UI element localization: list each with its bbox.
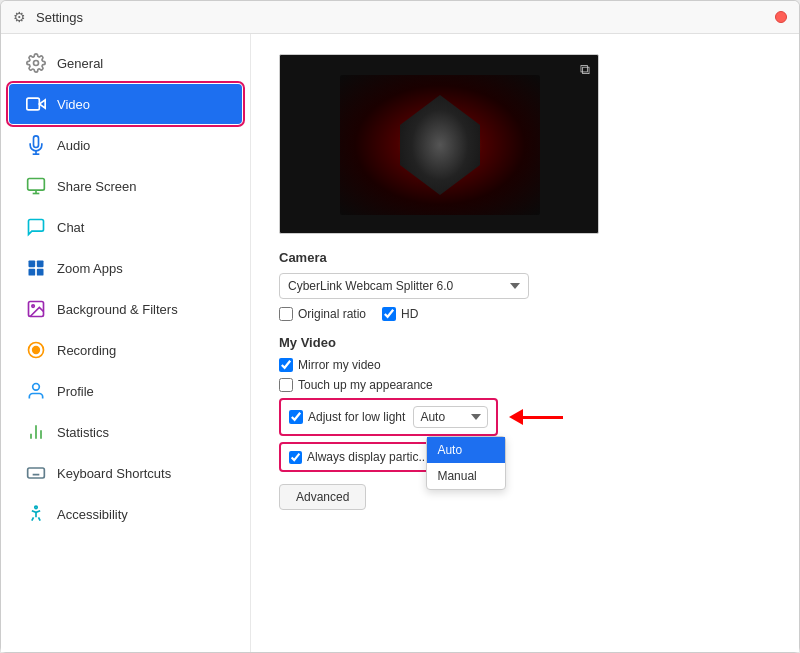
original-ratio-label: Original ratio	[298, 307, 366, 321]
dropdown-option-manual[interactable]: Manual	[427, 463, 505, 489]
chat-icon	[25, 216, 47, 238]
advanced-button[interactable]: Advanced	[279, 484, 366, 510]
sidebar-item-label: Share Screen	[57, 179, 137, 194]
sidebar-item-label: Accessibility	[57, 507, 128, 522]
background-filters-icon	[25, 298, 47, 320]
mirror-video-label: Mirror my video	[298, 358, 381, 372]
pip-icon[interactable]: ⧉	[580, 61, 590, 78]
camera-options-row: Original ratio HD	[279, 307, 771, 321]
sidebar-item-profile[interactable]: Profile	[9, 371, 242, 411]
sidebar-item-label: Profile	[57, 384, 94, 399]
settings-icon: ⚙	[13, 9, 26, 25]
sidebar-item-label: Audio	[57, 138, 90, 153]
window-title: Settings	[36, 10, 83, 25]
video-icon	[25, 93, 47, 115]
keyboard-icon	[25, 462, 47, 484]
sidebar-item-chat[interactable]: Chat	[9, 207, 242, 247]
sidebar-item-audio[interactable]: Audio	[9, 125, 242, 165]
svg-point-0	[34, 61, 39, 66]
sidebar-item-label: Keyboard Shortcuts	[57, 466, 171, 481]
title-bar: ⚙ Settings	[1, 1, 799, 34]
svg-rect-10	[29, 269, 36, 276]
camera-section: Camera CyberLink Webcam Splitter 6.0 Ori…	[279, 250, 771, 321]
sidebar-item-statistics[interactable]: Statistics	[9, 412, 242, 452]
hd-item[interactable]: HD	[382, 307, 418, 321]
original-ratio-checkbox[interactable]	[279, 307, 293, 321]
sidebar-item-video[interactable]: Video	[9, 84, 242, 124]
audio-icon	[25, 134, 47, 156]
recording-icon	[25, 339, 47, 361]
touch-up-checkbox[interactable]	[279, 378, 293, 392]
light-select[interactable]: Auto Manual	[413, 406, 488, 428]
video-inner	[340, 75, 540, 215]
sidebar-item-recording[interactable]: Recording	[9, 330, 242, 370]
profile-icon	[25, 380, 47, 402]
sidebar-item-label: Recording	[57, 343, 116, 358]
svg-rect-11	[37, 269, 44, 276]
statistics-icon	[25, 421, 47, 443]
sidebar-item-label: Chat	[57, 220, 84, 235]
svg-point-16	[33, 384, 40, 391]
sidebar-item-keyboard-shortcuts[interactable]: Keyboard Shortcuts	[9, 453, 242, 493]
main-content: ⧉ Camera CyberLink Webcam Splitter 6.0 O…	[251, 34, 799, 652]
mirror-video-item[interactable]: Mirror my video	[279, 358, 771, 372]
svg-point-13	[32, 305, 34, 308]
close-button[interactable]	[775, 11, 787, 23]
sidebar-item-background-filters[interactable]: Background & Filters	[9, 289, 242, 329]
camera-select-wrapper: CyberLink Webcam Splitter 6.0	[279, 273, 771, 299]
adjust-light-label: Adjust for low light	[308, 410, 405, 424]
svg-rect-8	[29, 261, 36, 268]
svg-point-15	[33, 347, 40, 354]
dropdown-option-auto[interactable]: Auto	[427, 437, 505, 463]
sidebar-item-share-screen[interactable]: Share Screen	[9, 166, 242, 206]
camera-feed	[340, 75, 540, 215]
svg-rect-5	[28, 179, 45, 191]
sidebar-item-label: Background & Filters	[57, 302, 178, 317]
svg-point-21	[35, 506, 38, 509]
svg-rect-9	[37, 261, 44, 268]
sidebar-item-general[interactable]: General	[9, 43, 242, 83]
original-ratio-item[interactable]: Original ratio	[279, 307, 366, 321]
sidebar-item-zoom-apps[interactable]: Zoom Apps	[9, 248, 242, 288]
my-video-section: My Video Mirror my video Touch up my app…	[279, 335, 771, 472]
light-dropdown: Auto Manual	[426, 436, 506, 490]
hd-label: HD	[401, 307, 418, 321]
adjust-light-checkbox[interactable]	[289, 410, 303, 424]
svg-rect-20	[28, 468, 45, 478]
arrow-indicator	[509, 409, 563, 425]
sidebar-item-label: Statistics	[57, 425, 109, 440]
sidebar-item-label: Zoom Apps	[57, 261, 123, 276]
camera-label: Camera	[279, 250, 771, 265]
accessibility-icon	[25, 503, 47, 525]
svg-rect-2	[27, 98, 39, 110]
video-preview: ⧉	[279, 54, 599, 234]
my-video-label: My Video	[279, 335, 771, 350]
adjust-light-item[interactable]: Adjust for low light	[289, 410, 405, 424]
touch-up-item[interactable]: Touch up my appearance	[279, 378, 771, 392]
arrow-line	[523, 416, 563, 419]
mirror-video-checkbox[interactable]	[279, 358, 293, 372]
svg-marker-1	[39, 100, 45, 108]
camera-select[interactable]: CyberLink Webcam Splitter 6.0	[279, 273, 529, 299]
zoom-apps-icon	[25, 257, 47, 279]
hd-checkbox[interactable]	[382, 307, 396, 321]
camera-visual	[400, 95, 480, 195]
touch-up-label: Touch up my appearance	[298, 378, 433, 392]
always-display-checkbox[interactable]	[289, 451, 302, 464]
general-icon	[25, 52, 47, 74]
content-area: General Video	[1, 34, 799, 652]
sidebar: General Video	[1, 34, 251, 652]
share-screen-icon	[25, 175, 47, 197]
low-light-row: Adjust for low light Auto Manual Auto Ma…	[279, 398, 498, 436]
sidebar-item-label: General	[57, 56, 103, 71]
sidebar-item-accessibility[interactable]: Accessibility	[9, 494, 242, 534]
sidebar-item-label: Video	[57, 97, 90, 112]
settings-window: ⚙ Settings General	[0, 0, 800, 653]
arrow-head	[509, 409, 523, 425]
